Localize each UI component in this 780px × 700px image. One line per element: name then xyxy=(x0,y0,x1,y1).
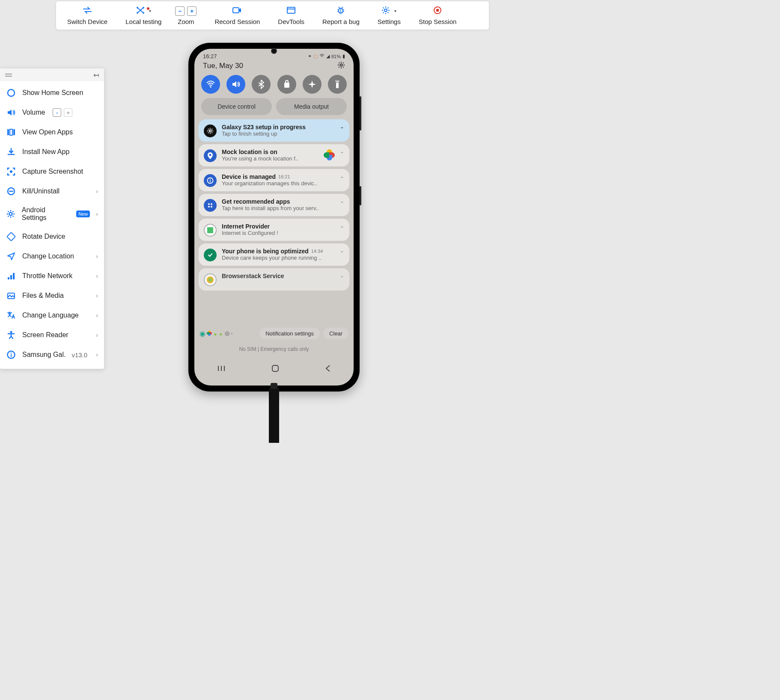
sidebar-item-label: Capture Screenshot xyxy=(22,168,83,175)
bug-icon xyxy=(336,6,345,16)
svg-point-18 xyxy=(9,213,12,216)
svg-rect-31 xyxy=(336,83,339,88)
svg-point-24 xyxy=(10,331,12,333)
svg-rect-21 xyxy=(10,275,12,279)
svg-point-40 xyxy=(211,206,212,208)
app-mini-icon: ◉ xyxy=(199,329,205,338)
apps-grid-icon xyxy=(204,199,217,212)
battery-icon: ▮ xyxy=(342,53,345,59)
window-icon xyxy=(287,7,295,15)
device-control-pill[interactable]: Device control xyxy=(201,98,272,115)
sidebar-item-label: Show Home Screen xyxy=(22,89,83,97)
chevron-down-icon: ⌄ xyxy=(340,273,344,279)
notification-internet[interactable]: Internet Provider Internet is Configured… xyxy=(199,219,349,241)
switch-arrows-icon xyxy=(83,7,92,15)
toolbar-label: Stop Session xyxy=(419,18,456,25)
volume-down-button[interactable]: - xyxy=(53,108,61,117)
record-session-button[interactable]: Record Session xyxy=(203,1,271,30)
svg-point-38 xyxy=(211,203,212,205)
sidebar-item-label: Throttle Network xyxy=(22,272,72,280)
nav-back-button[interactable] xyxy=(325,365,331,374)
sidebar-item-screenshot[interactable]: Capture Screenshot xyxy=(0,162,104,181)
sidebar-item-screen-reader[interactable]: Screen Reader › xyxy=(0,325,104,345)
collapse-icon[interactable]: ↤ xyxy=(93,71,99,79)
notification-browserstack[interactable]: Browserstack Service ⌄ xyxy=(199,268,349,291)
qs-wifi[interactable] xyxy=(201,75,220,94)
sidebar-item-label: Files & Media xyxy=(22,292,64,300)
notification-settings-button[interactable]: Notification settings xyxy=(259,328,320,339)
svg-rect-20 xyxy=(8,277,9,279)
sidebar-item-device-info[interactable]: Samsung Gal. v13.0 › xyxy=(0,345,104,365)
chevron-down-icon: ⌄ xyxy=(340,248,344,254)
clear-button[interactable]: Clear xyxy=(323,328,348,339)
svg-point-3 xyxy=(143,12,144,14)
sidebar-item-open-apps[interactable]: View Open Apps xyxy=(0,122,104,142)
svg-point-26 xyxy=(11,353,12,354)
settings-button[interactable]: ▾ Settings xyxy=(371,1,408,30)
local-testing-button[interactable]: ▾ Local testing xyxy=(119,1,168,30)
chevron-right-icon: › xyxy=(96,292,98,299)
media-output-pill[interactable]: Media output xyxy=(276,98,347,115)
sidebar-item-android-settings[interactable]: Android Settings New › xyxy=(0,201,104,227)
app-mini-icon: • xyxy=(231,332,232,336)
sidebar-item-location[interactable]: Change Location › xyxy=(0,246,104,266)
sidebar-item-volume[interactable]: Volume - + xyxy=(0,103,104,122)
notification-optimized[interactable]: Your phone is being optimized 14:34 Devi… xyxy=(199,243,349,266)
qs-flashlight[interactable] xyxy=(328,75,347,94)
image-icon xyxy=(6,291,16,300)
drag-handle-icon[interactable] xyxy=(5,74,12,77)
svg-point-11 xyxy=(8,89,15,96)
toolbar-label: Zoom xyxy=(178,18,194,25)
sidebar-item-kill[interactable]: Kill/Uninstall › xyxy=(0,181,104,201)
svg-rect-22 xyxy=(13,273,15,279)
svg-point-32 xyxy=(209,130,211,132)
sidebar-item-language[interactable]: Change Language › xyxy=(0,306,104,325)
stop-icon xyxy=(433,6,442,16)
notification-shade-header: Tue, May 30 xyxy=(194,60,354,73)
stop-session-button[interactable]: Stop Session xyxy=(408,1,467,30)
qs-sound[interactable] xyxy=(226,75,245,94)
svg-rect-19 xyxy=(7,232,15,241)
notification-recommended-apps[interactable]: Get recommended apps Tap here to install… xyxy=(199,194,349,216)
switch-device-button[interactable]: Switch Device xyxy=(56,1,119,30)
location-icon xyxy=(6,252,16,261)
qs-airplane[interactable] xyxy=(303,75,322,94)
chevron-right-icon: › xyxy=(96,273,98,279)
devtools-button[interactable]: DevTools xyxy=(271,1,311,30)
sidebar-item-throttle[interactable]: Throttle Network › xyxy=(0,266,104,286)
kill-icon xyxy=(6,187,16,196)
toolbar-label: Local testing xyxy=(125,18,161,25)
report-bug-button[interactable]: Report a bug xyxy=(311,1,371,30)
browserstack-icon xyxy=(204,273,217,286)
device-screen[interactable]: 16:27 ⚭ ▢ ◢ 81% ▮ Tue, May 30 xyxy=(194,49,354,386)
cast-icon: ▢ xyxy=(313,53,318,59)
volume-icon xyxy=(6,108,16,117)
svg-rect-4 xyxy=(233,8,239,13)
notification-managed[interactable]: Device is managed 16:21 Your organizatio… xyxy=(199,169,349,191)
qs-rotation-lock[interactable] xyxy=(277,75,296,94)
chevron-down-icon: ⌄ xyxy=(340,124,344,130)
sidebar-item-rotate[interactable]: Rotate Device xyxy=(0,227,104,246)
svg-point-29 xyxy=(210,86,211,88)
zoom-in-button[interactable]: + xyxy=(187,6,196,16)
volume-up-button[interactable]: + xyxy=(64,108,72,117)
nav-home-button[interactable] xyxy=(271,365,279,374)
gear-icon[interactable] xyxy=(337,61,345,71)
sidebar-item-files[interactable]: Files & Media › xyxy=(0,286,104,306)
app-mini-icon: ⬥ xyxy=(213,330,217,338)
zoom-out-button[interactable]: − xyxy=(175,6,185,16)
svg-rect-14 xyxy=(13,129,15,135)
sidebar-item-home[interactable]: Show Home Screen xyxy=(0,83,104,103)
sidebar-header[interactable]: ↤ xyxy=(0,68,104,81)
notification-setup[interactable]: Galaxy S23 setup in progress Tap to fini… xyxy=(199,119,349,142)
nav-recents-button[interactable] xyxy=(217,365,226,374)
notification-mock-location[interactable]: Mock location is on You're using a mock … xyxy=(199,144,349,166)
zoom-control[interactable]: − + Zoom xyxy=(168,1,203,30)
chevron-down-icon: ▾ xyxy=(394,9,396,13)
qs-bluetooth[interactable] xyxy=(252,75,271,94)
sidebar-item-label: Screen Reader xyxy=(22,331,68,339)
svg-point-15 xyxy=(10,170,12,173)
sidebar-item-install[interactable]: Install New App xyxy=(0,142,104,162)
pinwheel-icon xyxy=(324,149,335,160)
volume-rocker xyxy=(360,96,361,131)
